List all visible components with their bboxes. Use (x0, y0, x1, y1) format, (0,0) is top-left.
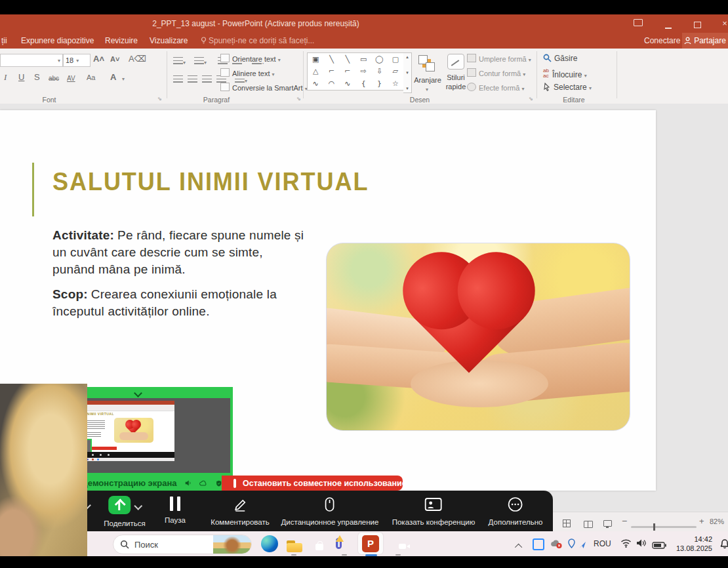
underline-button[interactable]: U (18, 72, 24, 82)
teams-icon[interactable]: T (336, 538, 342, 549)
shape-icon[interactable]: ⌐ (344, 67, 350, 75)
zoom-slider-thumb[interactable] (653, 523, 655, 531)
slide-title[interactable]: SALUTUL INIMII VIRTUAL (52, 168, 369, 196)
font-color-dropdown-icon[interactable]: ▾ (122, 76, 125, 82)
volume-indicator[interactable] (636, 538, 647, 550)
location-indicator[interactable] (568, 538, 575, 551)
language-indicator[interactable]: ROU (594, 539, 611, 548)
shape-icon[interactable]: ∿ (344, 79, 350, 88)
orientare-text-button[interactable]: Orientare text ▾ (220, 54, 281, 63)
gasire-button[interactable]: Găsire (543, 54, 577, 63)
shape-icon[interactable]: ▭ (360, 55, 367, 64)
normal-view-button[interactable] (563, 518, 571, 530)
bullets-button[interactable]: ▾ (173, 55, 186, 67)
restore-button[interactable] (687, 20, 707, 32)
shape-icon[interactable]: ◯ (375, 55, 383, 64)
shape-icon[interactable]: ☆ (392, 79, 399, 88)
font-dialog-launcher[interactable]: ⇘ (157, 96, 162, 102)
shape-icon[interactable]: ⌐ (329, 67, 334, 75)
close-button[interactable]: × (715, 18, 728, 30)
numbering-button[interactable]: ▾ (194, 55, 207, 67)
tab-tranzitii-cut[interactable]: ții (1, 36, 7, 45)
shape-icon[interactable]: ▣ (312, 55, 319, 64)
shadow-button[interactable]: S (34, 72, 40, 82)
shape-icon[interactable]: ∿ (313, 79, 319, 88)
shape-icon[interactable]: ▱ (393, 67, 398, 75)
tellme-box[interactable]: Spuneți-ne ce doriți să faceți... (201, 36, 314, 45)
shrink-font-button[interactable]: A˅ (110, 55, 119, 63)
grow-font-button[interactable]: A˄ (93, 54, 104, 64)
edge-icon[interactable] (261, 535, 278, 552)
shape-icon[interactable]: } (377, 79, 382, 88)
battery-indicator[interactable] (652, 540, 666, 552)
tab-vizualizare[interactable]: Vizualizare (150, 36, 188, 45)
heart-hands-photo[interactable] (326, 243, 630, 431)
shape-icon[interactable]: ╲ (329, 55, 334, 64)
zoom-level[interactable]: 82% (710, 517, 724, 525)
desen-dialog-launcher[interactable]: ⇘ (529, 96, 533, 102)
align-right-button[interactable] (202, 73, 212, 85)
shapes-gallery[interactable]: ▣ ╲ ╲ ▭ ◯ ▢ △ ⌐ ⌐ ⇨ ⇩ ▱ ∿ ◠ ∿ { } ☆ (307, 52, 404, 91)
notification-bell[interactable] (719, 538, 728, 552)
zoom-out-button[interactable]: − (622, 516, 627, 526)
strikethrough-button[interactable]: abc (49, 75, 59, 82)
conversie-smartart-button[interactable]: Conversie la SmartArt ▾ (220, 83, 308, 92)
share-button[interactable]: Поделиться (104, 496, 146, 527)
shape-icon[interactable]: { (361, 79, 366, 88)
italic-button[interactable]: I (4, 72, 7, 83)
shape-icon[interactable]: △ (313, 67, 318, 75)
reading-view-button[interactable] (584, 519, 593, 531)
aranjare-button[interactable] (417, 54, 437, 73)
align-left-button[interactable] (173, 73, 183, 85)
shape-icon[interactable]: ⇨ (361, 67, 367, 75)
show-conference-button[interactable]: Показать конференцию (392, 496, 475, 526)
shape-icon[interactable]: ╲ (346, 55, 350, 64)
more-button[interactable]: Дополнительно (489, 496, 543, 526)
selectare-button[interactable]: Selectare ▾ (543, 83, 592, 92)
share-dropdown-chevron-icon[interactable] (134, 502, 142, 510)
shapes-gallery-scrollbar[interactable]: ▴▾▾ (403, 52, 412, 93)
shape-icon[interactable]: ▢ (392, 55, 399, 64)
paragraf-dialog-launcher[interactable]: ⇘ (296, 96, 301, 102)
conectare-button[interactable]: Conectare (644, 36, 680, 45)
ribbon-display-options-button[interactable] (628, 18, 648, 30)
remote-control-button[interactable]: Дистанционное управление (281, 496, 379, 526)
change-case-button[interactable]: Aa (87, 73, 95, 81)
search-box[interactable]: Поиск (113, 535, 252, 554)
font-color-button[interactable]: A (110, 72, 116, 82)
clock[interactable]: 14:42 13.08.2025 (673, 535, 712, 554)
clear-formatting-button[interactable]: A⌫ (129, 54, 146, 64)
shape-icon[interactable]: ⇩ (376, 67, 382, 75)
slide-activity-paragraph[interactable]: Activitate:Pe rând, fiecare spune numele… (52, 227, 305, 277)
font-name-combo[interactable]: ▾ (0, 54, 63, 67)
character-spacing-button[interactable]: AV (67, 75, 75, 82)
tray-expand-button[interactable] (517, 540, 522, 552)
share-screen-icon (108, 496, 131, 514)
inlocuire-button[interactable]: abacÎnlocuire ▾ (543, 68, 587, 79)
slide-scop-paragraph[interactable]: Scop:Crearea conexiunii emoționale la în… (52, 286, 305, 320)
onedrive-status[interactable] (550, 538, 563, 552)
umplere-forma-button[interactable]: Umplere formă ▾ (467, 54, 531, 63)
screen-share-indicator[interactable] (533, 538, 544, 553)
contur-forma-button[interactable]: Contur formă ▾ (467, 68, 525, 77)
tab-revizuire[interactable]: Revizuire (105, 36, 138, 45)
shape-icon[interactable]: ◠ (329, 79, 335, 88)
annotate-button[interactable]: Комментировать (211, 496, 270, 526)
navigation-indicator[interactable] (578, 540, 586, 552)
efecte-forma-button[interactable]: Efecte formă ▾ (467, 83, 524, 92)
tab-expunere-diapozitive[interactable]: Expunere diapozitive (21, 36, 94, 45)
font-size-combo[interactable]: 18▾ (63, 54, 91, 67)
align-center-button[interactable] (188, 73, 197, 85)
stop-sharing-button[interactable]: Остановить совместное использование (222, 476, 403, 491)
bing-daily-image[interactable] (213, 535, 251, 554)
font-group-label: Font (36, 96, 62, 104)
aliniere-text-button[interactable]: Aliniere text ▾ (220, 68, 275, 77)
pause-button[interactable]: Пауза (165, 497, 186, 524)
stiluri-rapide-button[interactable] (447, 54, 464, 72)
partajare-button[interactable]: Partajare (682, 33, 728, 49)
slideshow-button[interactable] (603, 517, 612, 529)
wifi-indicator[interactable] (620, 538, 632, 550)
webcam-video[interactable] (0, 384, 87, 556)
zoom-in-button[interactable]: + (699, 516, 704, 526)
powerpoint-taskbar-active[interactable]: P (358, 533, 383, 554)
